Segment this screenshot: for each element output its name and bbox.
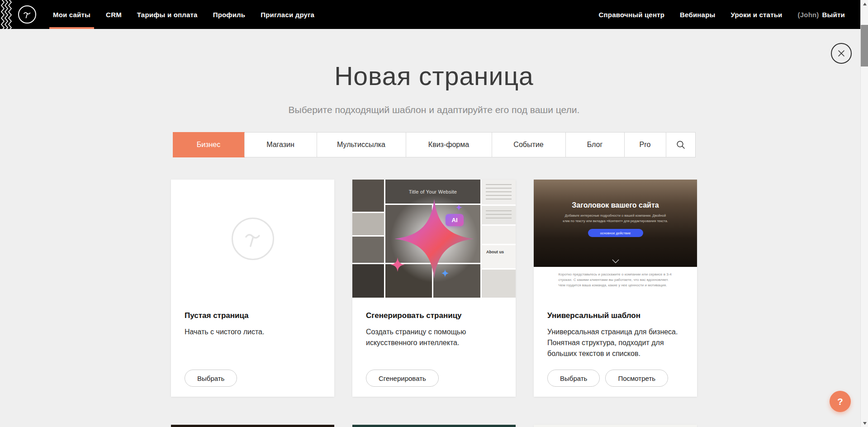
website-collage: Title of Your Website About us: [352, 180, 516, 298]
card-description: Универсальная страница для бизнеса. Поня…: [547, 327, 683, 359]
template-card-ai-generate[interactable]: Title of Your Website About us: [352, 180, 516, 397]
tilda-watermark-icon: [232, 218, 274, 260]
template-card-partial-2[interactable]: [352, 425, 516, 427]
tilda-logo[interactable]: [18, 5, 36, 24]
tab-store[interactable]: Магазин: [244, 133, 317, 157]
nav-item-webinars[interactable]: Вебинары: [672, 0, 723, 29]
scroll-down-button[interactable]: [861, 419, 868, 427]
universal-template-media: Заголовок вашего сайта Добавьте интересн…: [534, 180, 697, 298]
card-description: Создать страницу с помощью искусственног…: [366, 327, 502, 348]
template-card-partial-1[interactable]: [171, 425, 334, 427]
ai-badge: AI: [446, 214, 464, 226]
tab-business[interactable]: Бизнес: [173, 133, 244, 157]
close-button[interactable]: [831, 43, 852, 64]
nav-item-lessons[interactable]: Уроки и статьи: [723, 0, 790, 29]
card-title: Пустая страница: [185, 311, 321, 320]
page-subtitle: Выберите подходящий шаблон и адаптируйте…: [0, 104, 868, 115]
template-card-blank-page[interactable]: Пустая страница Начать с чистого листа. …: [171, 180, 334, 397]
page-title: Новая страница: [0, 63, 868, 89]
navbar-main-menu: Мои сайты CRM Тарифы и оплата Профиль Пр…: [45, 0, 322, 29]
preview-button[interactable]: Посмотреть: [605, 370, 668, 387]
chevron-down-icon: [612, 259, 619, 263]
template-card-universal[interactable]: Заголовок вашего сайта Добавьте интересн…: [534, 180, 697, 397]
arrow-up-icon: [863, 3, 867, 5]
arrow-down-icon: [863, 422, 867, 425]
preview-subheading: Добавьте интересные подробности о вашей …: [562, 213, 669, 223]
card-description: Начать с чистого листа.: [185, 327, 321, 337]
nav-item-invite-friend[interactable]: Пригласи друга: [253, 0, 322, 29]
logout-label: Выйти: [822, 11, 845, 19]
tilda-mark-icon: [22, 9, 33, 20]
zigzag-pattern-icon: [0, 0, 13, 29]
nav-item-profile[interactable]: Профиль: [205, 0, 253, 29]
top-navbar: Мои сайты CRM Тарифы и оплата Профиль Пр…: [0, 0, 868, 29]
card-body: Универсальный шаблон Универсальная стран…: [534, 298, 697, 397]
preview-body-text: Коротко представьтесь и расскажите о ком…: [559, 272, 673, 288]
card-body: Сгенерировать страницу Создать страницу …: [352, 298, 516, 397]
preview-heading: Заголовок вашего сайта: [534, 180, 697, 209]
navbar-secondary-menu: Справочный центр Вебинары Уроки и статьи…: [591, 0, 868, 29]
tab-quiz-form[interactable]: Квиз-форма: [406, 133, 492, 157]
ai-generate-media: Title of Your Website About us: [352, 180, 516, 298]
choose-button[interactable]: Выбрать: [185, 370, 237, 387]
scrollbar-thumb[interactable]: [861, 25, 868, 66]
close-icon: [837, 49, 845, 57]
generate-button[interactable]: Сгенерировать: [366, 370, 439, 387]
card-title: Сгенерировать страницу: [366, 311, 502, 320]
collage-about-label: About us: [482, 245, 516, 268]
template-preview-body: Коротко представьтесь и расскажите о ком…: [534, 267, 697, 298]
templates-grid-row-2: [171, 425, 697, 427]
card-body: Пустая страница Начать с чистого листа. …: [171, 298, 334, 397]
tab-search[interactable]: [666, 133, 695, 157]
template-category-tabs: Бизнес Магазин Мультиссылка Квиз-форма С…: [173, 132, 696, 157]
tab-blog[interactable]: Блог: [565, 133, 624, 157]
user-name: (John): [798, 11, 819, 19]
search-icon: [676, 140, 686, 150]
choose-button[interactable]: Выбрать: [547, 370, 600, 387]
tab-multilink[interactable]: Мультиссылка: [317, 133, 406, 157]
help-button[interactable]: ?: [830, 391, 851, 412]
new-page-modal: Новая страница Выберите подходящий шабло…: [0, 0, 868, 427]
small-sparkle-blue-icon: [441, 269, 449, 277]
small-sparkle-purple-icon: [455, 204, 462, 211]
nav-item-tariffs[interactable]: Тарифы и оплата: [129, 0, 205, 29]
template-card-partial-3[interactable]: [534, 425, 697, 427]
nav-item-crm[interactable]: CRM: [98, 0, 129, 29]
blank-page-media: [171, 180, 334, 298]
small-sparkle-pink-icon: [390, 257, 405, 272]
nav-item-logout[interactable]: (John) Выйти: [790, 0, 853, 29]
scroll-up-button[interactable]: [861, 0, 868, 8]
tab-event[interactable]: Событие: [492, 133, 565, 157]
preview-cta-button: основное действие: [588, 229, 643, 237]
templates-grid: Пустая страница Начать с чистого листа. …: [171, 180, 697, 397]
template-preview-hero: Заголовок вашего сайта Добавьте интересн…: [534, 180, 697, 267]
nav-item-my-sites[interactable]: Мои сайты: [45, 0, 98, 29]
vertical-scrollbar[interactable]: [860, 0, 868, 427]
card-title: Универсальный шаблон: [547, 311, 683, 320]
tab-pro[interactable]: Pro: [624, 133, 666, 157]
nav-item-help-center[interactable]: Справочный центр: [591, 0, 673, 29]
